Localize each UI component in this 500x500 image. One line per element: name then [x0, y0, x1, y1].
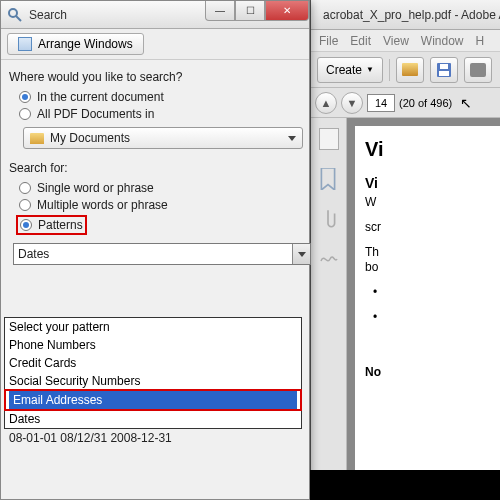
- doc-heading: Vi: [365, 138, 490, 161]
- window-buttons: — ☐ ✕: [205, 1, 309, 21]
- pattern-dropdown-list[interactable]: Select your pattern Phone Numbers Credit…: [4, 317, 302, 429]
- menu-window[interactable]: Window: [421, 34, 464, 48]
- acrobat-titlebar: acrobat_X_pro_help.pdf - Adobe A: [311, 0, 500, 30]
- acrobat-toolbar: Create ▼: [311, 52, 500, 88]
- menu-view[interactable]: View: [383, 34, 409, 48]
- chevron-down-icon: [298, 252, 306, 257]
- acrobat-body: Vi Vi W scr Thbo • • No: [311, 118, 500, 500]
- pattern-value: Dates: [18, 247, 49, 261]
- print-button[interactable]: [464, 57, 492, 83]
- page-input[interactable]: [367, 94, 395, 112]
- pattern-dropdown[interactable]: Dates: [13, 243, 311, 265]
- save-button[interactable]: [430, 57, 458, 83]
- list-item[interactable]: Phone Numbers: [5, 336, 301, 354]
- page-count: (20 of 496): [399, 97, 452, 109]
- radio-icon: [19, 91, 31, 103]
- doc-subheading: Vi: [365, 175, 490, 191]
- page-up-button[interactable]: ▲: [315, 92, 337, 114]
- thumbnails-icon[interactable]: [319, 128, 339, 150]
- folder-dropdown[interactable]: My Documents: [23, 127, 303, 149]
- acrobat-sidebar: [311, 118, 347, 500]
- acrobat-nav: ▲ ▼ (20 of 496) ↖: [311, 88, 500, 118]
- radio-patterns-label: Patterns: [38, 218, 83, 232]
- chevron-down-icon: ▼: [366, 65, 374, 74]
- dropdown-button[interactable]: [292, 244, 310, 264]
- bookmark-icon[interactable]: [319, 168, 339, 190]
- list-item[interactable]: Social Security Numbers: [5, 372, 301, 390]
- where-label: Where would you like to search?: [9, 70, 301, 84]
- acrobat-window: acrobat_X_pro_help.pdf - Adobe A File Ed…: [310, 0, 500, 500]
- list-item[interactable]: Dates: [5, 410, 301, 428]
- list-item[interactable]: Email Addresses: [9, 391, 297, 409]
- acrobat-menu[interactable]: File Edit View Window H: [311, 30, 500, 52]
- list-item[interactable]: Select your pattern: [5, 318, 301, 336]
- radio-multiple-label: Multiple words or phrase: [37, 198, 168, 212]
- search-titlebar: Search — ☐ ✕: [1, 1, 309, 29]
- arrange-label: Arrange Windows: [38, 37, 133, 51]
- example-2: 08-01-01 08/12/31 2008-12-31: [9, 429, 301, 447]
- printer-icon: [470, 63, 486, 77]
- folder-icon: [30, 133, 44, 144]
- radio-all-label: All PDF Documents in: [37, 107, 154, 121]
- radio-single-word[interactable]: Single word or phrase: [19, 181, 301, 195]
- svg-rect-1: [439, 71, 449, 76]
- menu-help[interactable]: H: [476, 34, 485, 48]
- arrange-windows-button[interactable]: Arrange Windows: [7, 33, 144, 55]
- list-item-highlighted[interactable]: Email Addresses: [4, 389, 302, 411]
- radio-single-label: Single word or phrase: [37, 181, 154, 195]
- arrange-icon: [18, 37, 32, 51]
- create-button[interactable]: Create ▼: [317, 57, 383, 83]
- folder-open-icon: [402, 63, 418, 76]
- menu-edit[interactable]: Edit: [350, 34, 371, 48]
- attachment-icon[interactable]: [319, 208, 339, 230]
- open-button[interactable]: [396, 57, 424, 83]
- menu-file[interactable]: File: [319, 34, 338, 48]
- folder-value: My Documents: [50, 131, 130, 145]
- maximize-button[interactable]: ☐: [235, 1, 265, 21]
- minimize-button[interactable]: —: [205, 1, 235, 21]
- radio-icon: [19, 108, 31, 120]
- save-icon: [436, 62, 452, 78]
- svg-rect-2: [440, 64, 448, 69]
- radio-current-document[interactable]: In the current document: [19, 90, 301, 104]
- acrobat-page-area: Vi Vi W scr Thbo • • No: [347, 118, 500, 500]
- acrobat-document: Vi Vi W scr Thbo • • No: [355, 126, 500, 500]
- search-window-icon: [7, 7, 23, 23]
- page-down-button[interactable]: ▼: [341, 92, 363, 114]
- cursor-icon: ↖: [460, 95, 472, 111]
- close-button[interactable]: ✕: [265, 1, 309, 21]
- radio-icon: [20, 219, 32, 231]
- arrange-bar: Arrange Windows: [1, 29, 309, 60]
- radio-current-label: In the current document: [37, 90, 164, 104]
- black-strip: [310, 470, 500, 500]
- radio-multiple-words[interactable]: Multiple words or phrase: [19, 198, 301, 212]
- chevron-down-icon: [288, 136, 296, 141]
- radio-icon: [19, 199, 31, 211]
- list-item[interactable]: Credit Cards: [5, 354, 301, 372]
- acrobat-title: acrobat_X_pro_help.pdf - Adobe A: [323, 8, 500, 22]
- radio-patterns[interactable]: Patterns: [19, 215, 301, 235]
- search-for-label: Search for:: [9, 161, 301, 175]
- search-title: Search: [29, 8, 67, 22]
- svg-line-4: [16, 16, 21, 21]
- radio-icon: [19, 182, 31, 194]
- svg-point-3: [9, 9, 17, 17]
- signature-icon[interactable]: [319, 248, 339, 270]
- radio-all-pdf[interactable]: All PDF Documents in: [19, 107, 301, 121]
- create-label: Create: [326, 63, 362, 77]
